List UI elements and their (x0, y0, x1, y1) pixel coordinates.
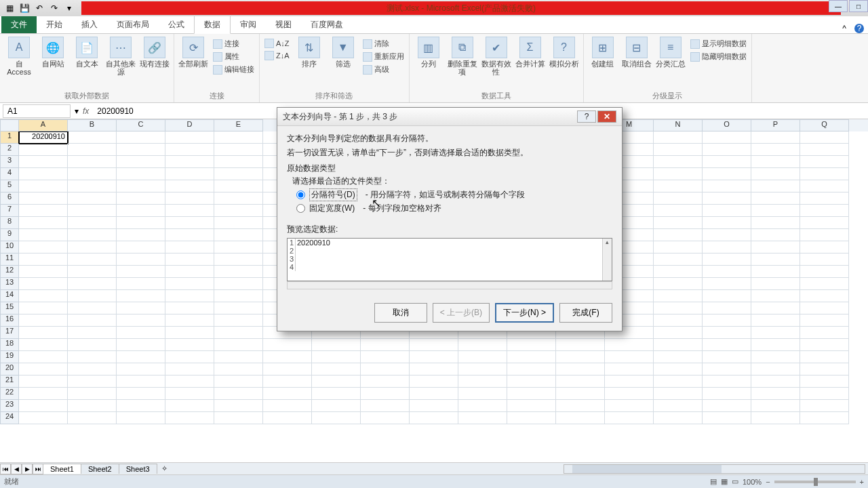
cell[interactable] (751, 400, 800, 412)
dialog-close-icon[interactable]: ✕ (597, 110, 616, 123)
cell[interactable] (800, 302, 849, 314)
cell[interactable] (68, 351, 117, 363)
sheet-nav-first-icon[interactable]: ⏮ (0, 464, 11, 474)
cell[interactable] (800, 412, 849, 424)
cell[interactable] (751, 302, 800, 314)
row-header[interactable]: 5 (0, 180, 19, 192)
cell[interactable] (19, 388, 68, 400)
cell[interactable] (800, 363, 849, 375)
radio-delimited[interactable]: 分隔符号(D) - 用分隔字符，如逗号或制表符分隔每个字段 (296, 188, 612, 201)
group-button[interactable]: ⊞创建组 (587, 35, 619, 69)
cell[interactable] (68, 278, 117, 290)
cell[interactable] (605, 339, 654, 351)
cell[interactable] (751, 339, 800, 351)
cell[interactable] (654, 253, 703, 266)
cell[interactable] (654, 217, 703, 229)
tab-file[interactable]: 文件 (1, 16, 37, 33)
cell[interactable] (654, 168, 703, 180)
cell[interactable] (800, 266, 849, 278)
cell[interactable] (214, 192, 263, 205)
cell[interactable] (605, 412, 654, 424)
cell[interactable] (458, 351, 507, 363)
cell[interactable] (68, 144, 117, 156)
existing-conn-button[interactable]: 🔗现有连接 (138, 35, 171, 69)
cell[interactable] (800, 168, 849, 180)
finish-button[interactable]: 完成(F) (559, 303, 612, 323)
cell[interactable] (410, 363, 458, 375)
cell[interactable] (214, 217, 263, 229)
cell[interactable] (19, 241, 68, 253)
cell[interactable] (214, 327, 263, 339)
cell[interactable] (263, 400, 312, 412)
cell[interactable] (312, 388, 361, 400)
cell[interactable] (68, 302, 117, 314)
cell[interactable] (751, 168, 800, 180)
row-header[interactable]: 9 (0, 229, 19, 241)
advanced-filter-button[interactable]: 高级 (361, 64, 406, 75)
horizontal-scrollbar[interactable] (564, 464, 865, 474)
show-detail-button[interactable]: 显示明细数据 (688, 38, 749, 49)
cell[interactable] (751, 144, 800, 156)
cell[interactable] (165, 180, 214, 192)
cell[interactable] (165, 217, 214, 229)
tab-formulas[interactable]: 公式 (159, 16, 194, 33)
row-header[interactable]: 15 (0, 302, 19, 314)
cell[interactable] (751, 192, 800, 205)
col-header[interactable]: P (751, 119, 800, 131)
cell[interactable] (751, 266, 800, 278)
cell[interactable] (165, 278, 214, 290)
cell[interactable] (19, 302, 68, 314)
cell[interactable] (703, 339, 751, 351)
cell[interactable] (117, 412, 165, 424)
row-header[interactable]: 2 (0, 144, 19, 156)
row-header[interactable]: 14 (0, 290, 19, 302)
cell[interactable] (751, 217, 800, 229)
cell[interactable] (312, 400, 361, 412)
cell[interactable] (214, 375, 263, 388)
cell[interactable] (312, 351, 361, 363)
cell[interactable] (68, 156, 117, 168)
radio-fixed-width[interactable]: 固定宽度(W) - 每列字段加空格对齐 (296, 203, 612, 214)
cell[interactable] (19, 217, 68, 229)
col-header[interactable]: B (68, 119, 117, 131)
cell[interactable] (361, 375, 410, 388)
cell[interactable] (751, 412, 800, 424)
cell[interactable] (458, 388, 507, 400)
cell[interactable] (165, 241, 214, 253)
cell[interactable] (68, 229, 117, 241)
preview-hscrollbar[interactable] (287, 281, 612, 289)
cell[interactable] (165, 144, 214, 156)
cell[interactable] (654, 156, 703, 168)
cell[interactable] (800, 180, 849, 192)
cell[interactable] (117, 351, 165, 363)
row-header[interactable]: 12 (0, 266, 19, 278)
text-to-columns-button[interactable]: ▥分列 (412, 35, 445, 69)
cell[interactable] (214, 144, 263, 156)
row-header[interactable]: 7 (0, 205, 19, 217)
sheet-tab[interactable]: Sheet2 (81, 464, 119, 474)
cell[interactable] (507, 339, 556, 351)
radio-fixed-width-input[interactable] (296, 204, 305, 213)
cell[interactable] (605, 388, 654, 400)
dialog-help-icon[interactable]: ? (577, 110, 596, 123)
tab-view[interactable]: 视图 (266, 16, 301, 33)
filter-button[interactable]: ▼筛选 (327, 35, 359, 69)
cell[interactable] (117, 327, 165, 339)
cell[interactable] (654, 375, 703, 388)
cell[interactable] (165, 131, 214, 144)
cell[interactable] (361, 339, 410, 351)
cell[interactable] (19, 290, 68, 302)
from-web-button[interactable]: 🌐自网站 (37, 35, 69, 69)
cell[interactable] (654, 302, 703, 314)
sheet-nav-prev-icon[interactable]: ◀ (11, 464, 22, 474)
cell[interactable] (19, 168, 68, 180)
cell[interactable] (703, 229, 751, 241)
cell[interactable] (165, 253, 214, 266)
cell[interactable] (703, 180, 751, 192)
cell[interactable] (68, 314, 117, 327)
zoom-slider[interactable] (774, 481, 856, 483)
sort-desc-button[interactable]: Z↓A (262, 50, 292, 61)
cell[interactable] (751, 253, 800, 266)
cell[interactable] (556, 363, 605, 375)
row-header[interactable]: 21 (0, 375, 19, 388)
